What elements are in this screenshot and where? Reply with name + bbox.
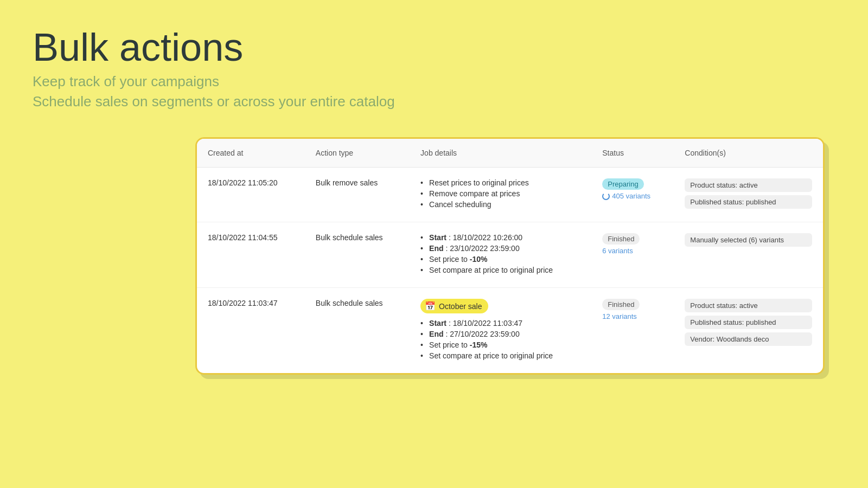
cell-created-at: 18/10/2022 11:03:47: [197, 288, 305, 374]
variants-count: 6 variants: [602, 247, 663, 255]
job-detail-item: End : 23/10/2022 23:59:00: [420, 244, 580, 253]
sale-badge: 📅October sale: [420, 299, 488, 313]
variants-text: 12 variants: [602, 312, 637, 320]
sale-badge-label: October sale: [439, 302, 482, 311]
cell-job-details: Reset prices to original pricesRemove co…: [410, 168, 591, 222]
page-header: Bulk actions Keep track of your campaign…: [0, 0, 868, 126]
page-subtitle2: Schedule sales on segments or across you…: [33, 93, 835, 110]
page-subtitle1: Keep track of your campaigns: [33, 73, 835, 90]
cell-status: Preparing405 variants: [591, 168, 674, 222]
cell-action-type: Bulk remove sales: [305, 168, 410, 222]
cell-action-type: Bulk schedule sales: [305, 288, 410, 374]
table-header-row: Created at Action type Job details Statu…: [197, 139, 823, 168]
status-badge: Preparing: [602, 178, 643, 190]
col-created-at: Created at: [197, 139, 305, 168]
status-badge: Finished: [602, 233, 640, 245]
bulk-actions-table: Created at Action type Job details Statu…: [197, 139, 823, 373]
condition-badge: Manually selected (6) variants: [685, 233, 812, 247]
col-conditions: Condition(s): [674, 139, 823, 168]
cell-created-at: 18/10/2022 11:05:20: [197, 168, 305, 222]
job-detail-item: Set compare at price to original price: [420, 351, 580, 360]
job-detail-item: Reset prices to original prices: [420, 178, 580, 187]
job-detail-item: Set compare at price to original price: [420, 266, 580, 274]
condition-badge: Vendor: Woodlands deco: [685, 332, 812, 346]
cell-job-details: 📅October saleStart : 18/10/2022 11:03:47…: [410, 288, 591, 374]
col-status: Status: [591, 139, 674, 168]
col-action-type: Action type: [305, 139, 410, 168]
cell-status: Finished6 variants: [591, 222, 674, 288]
table-row: 18/10/2022 11:04:55Bulk schedule salesSt…: [197, 222, 823, 288]
condition-badge: Product status: active: [685, 178, 812, 192]
cell-status: Finished12 variants: [591, 288, 674, 374]
cell-job-details: Start : 18/10/2022 10:26:00End : 23/10/2…: [410, 222, 591, 288]
spinner-icon: [602, 192, 610, 200]
job-detail-item: Start : 18/10/2022 10:26:00: [420, 233, 580, 242]
bulk-actions-table-container: Created at Action type Job details Statu…: [195, 137, 825, 375]
cell-created-at: 18/10/2022 11:04:55: [197, 222, 305, 288]
cell-conditions: Product status: activePublished status: …: [674, 168, 823, 222]
condition-badge: Published status: published: [685, 316, 812, 329]
table-row: 18/10/2022 11:05:20Bulk remove salesRese…: [197, 168, 823, 222]
job-detail-item: Remove compare at prices: [420, 189, 580, 198]
job-detail-item: Start : 18/10/2022 11:03:47: [420, 319, 580, 328]
job-detail-item: Set price to -10%: [420, 255, 580, 264]
job-detail-item: Set price to -15%: [420, 341, 580, 349]
cell-conditions: Product status: activePublished status: …: [674, 288, 823, 374]
variants-text: 6 variants: [602, 247, 633, 255]
variants-text: 405 variants: [612, 192, 650, 200]
job-detail-item: Cancel scheduling: [420, 200, 580, 209]
status-badge: Finished: [602, 299, 640, 310]
cell-action-type: Bulk schedule sales: [305, 222, 410, 288]
variants-count: 12 variants: [602, 312, 663, 320]
job-detail-item: End : 27/10/2022 23:59:00: [420, 330, 580, 338]
variants-count: 405 variants: [602, 192, 663, 200]
col-job-details: Job details: [410, 139, 591, 168]
page-title: Bulk actions: [33, 26, 835, 69]
condition-badge: Published status: published: [685, 195, 812, 209]
condition-badge: Product status: active: [685, 299, 812, 312]
calendar-icon: 📅: [425, 301, 436, 311]
cell-conditions: Manually selected (6) variants: [674, 222, 823, 288]
table-row: 18/10/2022 11:03:47Bulk schedule sales📅O…: [197, 288, 823, 374]
